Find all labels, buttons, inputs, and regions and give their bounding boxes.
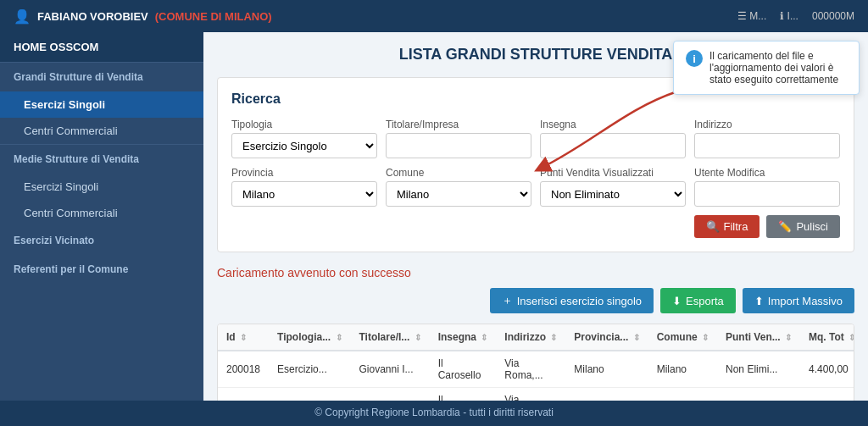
sidebar: HOME OSSCOM Grandi Strutture di Vendita … (0, 32, 203, 401)
insegna-label: Insegna (540, 119, 686, 130)
sidebar-item-esercizi-singoli-medie[interactable]: Esercizi Singoli (0, 174, 203, 200)
sidebar-section-medie: Medie Strutture di Vendita (0, 144, 203, 174)
form-punti-vendita: Punti Vendita Visualizzati Non Eliminato… (540, 167, 686, 207)
header-info-icon[interactable]: ℹ I... (780, 10, 798, 22)
cell-tipologia: Esercizio... (269, 351, 350, 388)
cell-provincia: Milano (565, 351, 648, 388)
col-id[interactable]: Id ⇕ (218, 324, 269, 351)
form-utente-modifica: Utente Modifica (694, 167, 840, 207)
provincia-select[interactable]: Milano (231, 181, 377, 207)
main-content: i Il caricamento del file e l'aggiorname… (203, 32, 868, 401)
insegna-input[interactable] (540, 133, 686, 158)
cell-comune: Milano (648, 388, 717, 401)
provincia-label: Provincia (231, 167, 377, 179)
cell-id: 200018 (218, 351, 269, 388)
col-provincia[interactable]: Provincia... ⇕ (565, 324, 648, 351)
search-grid-row2: Provincia Milano Comune Milano Punti Ven… (231, 167, 840, 207)
cell-indirizzo: Via Firenz... (496, 388, 565, 401)
tipologia-select[interactable]: Esercizio Singolo (231, 133, 377, 158)
upload-icon: ⬆ (754, 295, 764, 307)
col-indirizzo[interactable]: Indirizzo ⇕ (496, 324, 565, 351)
action-row: ＋ Inserisci esercizio singolo ⬇ Esporta … (217, 288, 854, 313)
success-message: Caricamento avvenuto con successo (217, 266, 854, 279)
header: 👤 FABIANO VOROBIEV (COMUNE DI MILANO) ☰ … (0, 0, 868, 32)
results-table-container: Id ⇕ Tipologia... ⇕ Titolare/I... ⇕ Inse… (217, 324, 854, 401)
cell-insegna: Il Parrucc... (430, 388, 497, 401)
col-insegna[interactable]: Insegna ⇕ (430, 324, 497, 351)
import-massivo-button[interactable]: ⬆ Import Massivo (743, 288, 854, 313)
header-user-id: 000000M (812, 10, 854, 22)
sidebar-item-centri-commerciali-grandi[interactable]: Centri Commerciali (0, 118, 203, 144)
col-titolare[interactable]: Titolare/I... ⇕ (351, 324, 430, 351)
cell-titolare: Francesc... (351, 388, 430, 401)
cell-tipologia: Esercizio... (269, 388, 350, 401)
cell-id: 200024 (218, 388, 269, 401)
notification-text: Il caricamento del file e l'aggiornament… (709, 50, 847, 86)
header-right: ☰ M... ℹ I... 000000M (737, 10, 854, 22)
indirizzo-input[interactable] (694, 133, 840, 158)
esporta-button[interactable]: ⬇ Esporta (660, 288, 736, 313)
table-row: 200018 Esercizio... Giovanni I... Il Car… (218, 351, 854, 388)
results-table: Id ⇕ Tipologia... ⇕ Titolare/I... ⇕ Inse… (218, 324, 854, 401)
search-actions: 🔍 Filtra ✏️ Pulisci (231, 215, 840, 238)
footer-text: © Copyright Regione Lombardia - tutti i … (314, 407, 554, 418)
download-icon: ⬇ (672, 295, 682, 307)
table-row: 200024 Esercizio... Francesc... Il Parru… (218, 388, 854, 401)
form-indirizzo: Indirizzo (694, 119, 840, 158)
footer: © Copyright Regione Lombardia - tutti i … (0, 401, 868, 426)
cell-punti-vendita: Non Elimi... (717, 351, 800, 388)
cell-provincia: Milano (565, 388, 648, 401)
header-username: FABIANO VOROBIEV (37, 10, 148, 23)
form-tipologia: Tipologia Esercizio Singolo (231, 119, 377, 158)
form-titolare: Titolare/Impresa (386, 119, 531, 158)
search-icon: 🔍 (706, 220, 720, 233)
col-tipologia[interactable]: Tipologia... ⇕ (269, 324, 350, 351)
col-punti-vendita[interactable]: Punti Ven... ⇕ (717, 324, 800, 351)
utente-modifica-input[interactable] (694, 181, 840, 207)
cell-titolare: Giovanni I... (351, 351, 430, 388)
main-layout: HOME OSSCOM Grandi Strutture di Vendita … (0, 32, 868, 401)
sidebar-section-grandi: Grandi Strutture di Vendita (0, 62, 203, 91)
cell-insegna: Il Carosello (430, 351, 497, 388)
cell-indirizzo: Via Roma,... (496, 351, 565, 388)
sidebar-item-esercizi-singoli-grandi[interactable]: Esercizi Singoli (0, 91, 203, 118)
header-menu-icon[interactable]: ☰ M... (737, 10, 766, 22)
table-body: 200018 Esercizio... Giovanni I... Il Car… (218, 351, 854, 401)
punti-vendita-label: Punti Vendita Visualizzati (540, 167, 686, 179)
form-insegna: Insegna (540, 119, 686, 158)
user-icon: 👤 (14, 8, 31, 25)
sidebar-item-referenti[interactable]: Referenti per il Comune (0, 255, 203, 284)
titolare-input[interactable] (386, 133, 531, 158)
col-comune[interactable]: Comune ⇕ (648, 324, 717, 351)
col-mq-tot[interactable]: Mq. Tot ⇕ (800, 324, 854, 351)
inserisci-button[interactable]: ＋ Inserisci esercizio singolo (490, 288, 654, 313)
filtra-button[interactable]: 🔍 Filtra (694, 215, 760, 238)
table-header: Id ⇕ Tipologia... ⇕ Titolare/I... ⇕ Inse… (218, 324, 854, 351)
sidebar-item-esercizi-vicinato[interactable]: Esercizi Vicinato (0, 226, 203, 255)
header-left: 👤 FABIANO VOROBIEV (COMUNE DI MILANO) (14, 8, 272, 25)
cell-comune: Milano (648, 351, 717, 388)
header-comune: (COMUNE DI MILANO) (155, 10, 272, 23)
plus-icon: ＋ (502, 293, 513, 308)
eraser-icon: ✏️ (778, 220, 792, 233)
search-grid-row1: Tipologia Esercizio Singolo Titolare/Imp… (231, 119, 840, 158)
punti-vendita-select[interactable]: Non Eliminato Eliminato Tutti (540, 181, 686, 207)
comune-select[interactable]: Milano (386, 181, 531, 207)
form-comune: Comune Milano (386, 167, 531, 207)
notification-icon: i (686, 50, 703, 67)
cell-punti-vendita: Non Elimi... (717, 388, 800, 401)
sidebar-item-centri-commerciali-medie[interactable]: Centri Commerciali (0, 200, 203, 226)
sidebar-home[interactable]: HOME OSSCOM (0, 32, 203, 62)
indirizzo-label: Indirizzo (694, 119, 840, 130)
titolare-label: Titolare/Impresa (386, 119, 531, 130)
comune-label: Comune (386, 167, 531, 179)
cell-mq-tot: 3.600,00 (800, 388, 854, 401)
utente-modifica-label: Utente Modifica (694, 167, 840, 179)
search-panel: Ricerca Tipologia Esercizio Singolo Tito… (217, 77, 854, 252)
notification-box: i Il caricamento del file e l'aggiorname… (673, 41, 860, 95)
tipologia-label: Tipologia (231, 119, 377, 130)
pulisci-button[interactable]: ✏️ Pulisci (766, 215, 840, 238)
cell-mq-tot: 4.400,00 (800, 351, 854, 388)
form-provincia: Provincia Milano (231, 167, 377, 207)
